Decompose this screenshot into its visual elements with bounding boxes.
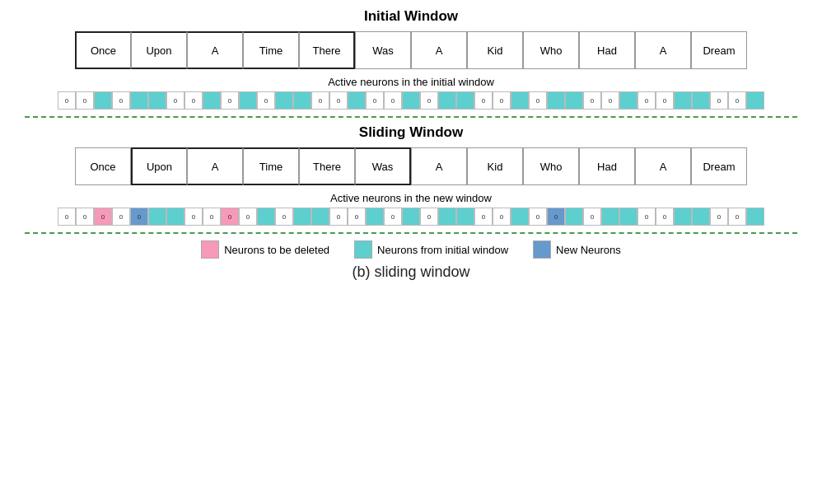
word-cell: Who bbox=[523, 147, 579, 185]
sliding-title: Sliding Window bbox=[16, 124, 806, 141]
word-cell: A bbox=[187, 147, 243, 185]
neuron-cell: 0 bbox=[221, 208, 239, 226]
neuron-cell: 0 bbox=[384, 91, 402, 110]
neuron-cell: 0 bbox=[420, 91, 438, 110]
legend-initial-label: Neurons from initial window bbox=[377, 244, 508, 256]
word-cell: A bbox=[411, 147, 467, 185]
word-cell: Time bbox=[243, 31, 299, 69]
neuron-cell: 0 bbox=[384, 208, 402, 226]
neuron-cell: 0 bbox=[656, 208, 674, 226]
legend-item-delete: Neurons to be deleted bbox=[201, 240, 329, 259]
word-cell: Time bbox=[243, 147, 299, 185]
neuron-cell bbox=[456, 208, 474, 226]
legend: Neurons to be deleted Neurons from initi… bbox=[16, 240, 806, 259]
word-cell: Kid bbox=[467, 31, 523, 69]
neuron-cell bbox=[402, 91, 420, 110]
neuron-cell: 0 bbox=[58, 91, 76, 110]
word-cell: Had bbox=[579, 31, 635, 69]
neuron-cell: 0 bbox=[728, 208, 746, 226]
neuron-cell bbox=[148, 91, 166, 110]
neuron-cell: 0 bbox=[420, 208, 438, 226]
sliding-neuron-label: Active neurons in the new window bbox=[16, 192, 806, 204]
neuron-cell: 0 bbox=[58, 208, 76, 226]
word-cell: Upon bbox=[131, 147, 187, 185]
neuron-cell bbox=[511, 208, 529, 226]
neuron-cell bbox=[674, 91, 692, 110]
word-cell: A bbox=[635, 31, 691, 69]
word-cell: Upon bbox=[131, 31, 187, 69]
neuron-cell bbox=[601, 208, 619, 226]
neuron-cell: 0 bbox=[112, 208, 130, 226]
legend-pink-box bbox=[201, 240, 219, 259]
neuron-cell: 0 bbox=[547, 208, 565, 226]
word-cell: Was bbox=[355, 147, 411, 185]
initial-section: Initial Window OnceUponATimeThereWasAKid… bbox=[16, 8, 806, 110]
neuron-cell bbox=[311, 208, 329, 226]
neuron-cell: 0 bbox=[112, 91, 130, 110]
word-cell: Once bbox=[75, 31, 131, 69]
separator-1 bbox=[25, 116, 797, 118]
neuron-cell: 0 bbox=[348, 208, 366, 226]
neuron-cell: 0 bbox=[166, 91, 184, 110]
neuron-cell: 0 bbox=[94, 208, 112, 226]
neuron-cell: 0 bbox=[329, 91, 348, 110]
neuron-cell bbox=[275, 91, 293, 110]
neuron-cell: 0 bbox=[710, 91, 728, 110]
neuron-cell bbox=[366, 208, 384, 226]
neuron-cell bbox=[565, 91, 583, 110]
neuron-cell: 0 bbox=[474, 208, 493, 226]
word-cell: Once bbox=[75, 147, 131, 185]
sliding-section: Sliding Window OnceUponATimeThereWasAKid… bbox=[16, 124, 806, 226]
neuron-cell bbox=[94, 91, 112, 110]
neuron-cell bbox=[257, 208, 275, 226]
neuron-cell: 0 bbox=[583, 91, 601, 110]
neuron-cell: 0 bbox=[76, 91, 94, 110]
neuron-cell bbox=[293, 208, 311, 226]
neuron-cell bbox=[438, 208, 456, 226]
legend-item-new: New Neurons bbox=[533, 240, 621, 259]
legend-teal-box bbox=[354, 240, 372, 259]
initial-word-row: OnceUponATimeThereWasAKidWhoHadADream bbox=[16, 31, 806, 69]
neuron-cell: 0 bbox=[257, 91, 275, 110]
initial-title: Initial Window bbox=[16, 8, 806, 25]
legend-new-label: New Neurons bbox=[556, 244, 621, 256]
legend-delete-label: Neurons to be deleted bbox=[224, 244, 329, 256]
neuron-cell bbox=[565, 208, 583, 226]
neuron-cell: 0 bbox=[728, 91, 746, 110]
word-cell: There bbox=[299, 147, 355, 185]
word-cell: Dream bbox=[691, 147, 747, 185]
neuron-cell bbox=[148, 208, 166, 226]
neuron-cell: 0 bbox=[275, 208, 293, 226]
neuron-cell: 0 bbox=[311, 91, 329, 110]
neuron-cell bbox=[348, 91, 366, 110]
word-cell: Kid bbox=[467, 147, 523, 185]
neuron-cell bbox=[130, 91, 148, 110]
neuron-cell: 0 bbox=[239, 208, 257, 226]
neuron-cell bbox=[293, 91, 311, 110]
neuron-cell: 0 bbox=[529, 91, 547, 110]
neuron-cell bbox=[547, 91, 565, 110]
sliding-neuron-row: 00000000000000000000000 bbox=[16, 208, 806, 226]
neuron-cell bbox=[203, 91, 221, 110]
neuron-cell: 0 bbox=[221, 91, 239, 110]
neuron-cell bbox=[619, 208, 638, 226]
word-cell: Dream bbox=[691, 31, 747, 69]
word-cell: A bbox=[411, 31, 467, 69]
neuron-cell bbox=[166, 208, 184, 226]
neuron-cell: 0 bbox=[710, 208, 728, 226]
neuron-cell: 0 bbox=[203, 208, 221, 226]
word-cell: Had bbox=[579, 147, 635, 185]
caption: (b) sliding window bbox=[16, 264, 806, 281]
neuron-cell bbox=[438, 91, 456, 110]
word-cell: A bbox=[635, 147, 691, 185]
neuron-cell: 0 bbox=[493, 208, 511, 226]
neuron-cell: 0 bbox=[601, 91, 619, 110]
neuron-cell bbox=[674, 208, 692, 226]
initial-neuron-label: Active neurons in the initial window bbox=[16, 76, 806, 88]
neuron-cell: 0 bbox=[329, 208, 348, 226]
neuron-cell: 0 bbox=[366, 91, 384, 110]
neuron-cell bbox=[692, 91, 710, 110]
neuron-cell: 0 bbox=[529, 208, 547, 226]
neuron-cell: 0 bbox=[656, 91, 674, 110]
neuron-cell: 0 bbox=[130, 208, 148, 226]
